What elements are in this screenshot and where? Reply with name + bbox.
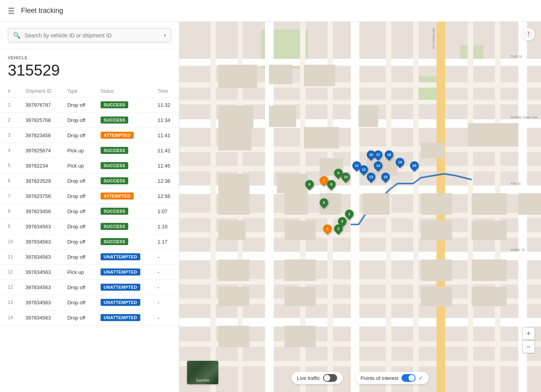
table-row[interactable]: 5 39782234 Pick up SUCCESS 11:45: [0, 158, 179, 173]
table-row[interactable]: 4 397825674 Pick up SUCCESS 11:42: [0, 143, 179, 158]
table-row[interactable]: 7 397823756 Drop off ATTEMPTED 12:56: [0, 189, 179, 204]
map-controls-bar: Live traffic Points of interest ✓: [292, 372, 429, 384]
row-type: Drop off: [61, 219, 94, 234]
svg-rect-16: [179, 318, 541, 327]
table-row[interactable]: 6 397823529 Drop off SUCCESS 12:36: [0, 173, 179, 189]
table-row[interactable]: 12 397834563 Drop off UNATTEMPTED -: [0, 280, 179, 295]
table-row[interactable]: 3 397823456 Drop off ATTEMPTED 11:41: [0, 128, 179, 143]
shipment-table: # Shipment ID Type Status Time 1 3979767…: [0, 85, 179, 325]
search-input[interactable]: [25, 32, 161, 39]
svg-rect-54: [285, 221, 316, 240]
map-pin-18[interactable]: 18: [385, 150, 393, 159]
zoom-in-button[interactable]: +: [522, 327, 535, 340]
map-pin-8[interactable]: 8: [327, 180, 336, 189]
points-of-interest-toggle-item: Points of interest ✓: [355, 372, 429, 384]
map-pin-20[interactable]: 20: [410, 161, 419, 170]
table-row[interactable]: 8 397823456 Drop off SUCCESS 1:07: [0, 204, 179, 219]
svg-text:Van Ness Ave: Van Ness Ave: [432, 27, 436, 49]
svg-text:Golden Gate Ave: Golden Gate Ave: [511, 115, 537, 119]
compass-icon[interactable]: [522, 28, 535, 41]
table-row[interactable]: 14 397834563 Drop off UNATTEMPTED -: [0, 310, 179, 325]
svg-rect-37: [218, 127, 251, 150]
dropdown-arrow-icon[interactable]: ▾: [164, 33, 166, 38]
svg-text:Waller St: Waller St: [511, 248, 525, 252]
table-row[interactable]: 2 397825768 Drop off SUCCESS 11:34: [0, 113, 179, 128]
vehicle-id: 315529: [8, 62, 171, 79]
table-row[interactable]: 10 397834563 Drop off SUCCESS 1:17: [0, 234, 179, 249]
svg-rect-39: [218, 174, 249, 193]
svg-rect-58: [285, 260, 316, 281]
col-type: Type: [61, 85, 94, 97]
svg-marker-74: [528, 34, 529, 37]
zoom-out-button[interactable]: −: [522, 341, 535, 353]
map-pin-10[interactable]: 10: [341, 173, 350, 181]
row-status: SUCCESS: [94, 204, 151, 219]
row-time: -: [151, 295, 179, 310]
live-traffic-label: Live traffic: [297, 375, 320, 381]
row-time: 12:56: [151, 189, 179, 204]
row-time: 11:34: [151, 113, 179, 128]
row-status: UNATTEMPTED: [94, 280, 151, 295]
row-status: UNATTEMPTED: [94, 265, 151, 280]
svg-rect-26: [413, 22, 419, 392]
map-area: Turk St Golden Gate Ave Fell St Waller S…: [179, 22, 541, 392]
map-pin-19[interactable]: 19: [396, 158, 404, 166]
map-pin-5[interactable]: 5: [320, 198, 328, 207]
svg-rect-34: [218, 106, 253, 129]
svg-rect-35: [269, 106, 296, 127]
points-of-interest-switch[interactable]: [401, 374, 415, 382]
map-pin-4[interactable]: 4: [323, 224, 332, 233]
svg-rect-43: [421, 143, 444, 158]
row-type: Drop off: [61, 128, 94, 143]
satellite-toggle[interactable]: Satellite: [187, 361, 218, 384]
vehicle-label: VEHICLE: [8, 55, 171, 60]
row-num: 13: [0, 295, 19, 310]
svg-rect-45: [499, 123, 518, 147]
svg-rect-6: [179, 100, 541, 104]
map-pin-17[interactable]: 17: [374, 150, 382, 159]
map-pin-6[interactable]: 6: [305, 180, 314, 189]
status-badge: UNATTEMPTED: [101, 268, 140, 275]
row-shipment-id: 397825674: [19, 143, 61, 158]
row-shipment-id: 397834563: [19, 265, 61, 280]
menu-icon[interactable]: ☰: [8, 6, 15, 16]
row-shipment-id: 397976787: [19, 97, 61, 113]
row-num: 6: [0, 173, 19, 189]
svg-rect-57: [218, 260, 249, 281]
map-pin-13[interactable]: 13: [367, 173, 375, 181]
row-status: UNATTEMPTED: [94, 249, 151, 265]
row-status: SUCCESS: [94, 143, 151, 158]
row-status: SUCCESS: [94, 113, 151, 128]
row-type: Drop off: [61, 234, 94, 249]
table-row[interactable]: 12 397834563 Pick up UNATTEMPTED -: [0, 265, 179, 280]
row-type: Drop off: [61, 310, 94, 325]
table-row[interactable]: 11 397834563 Drop off UNATTEMPTED -: [0, 249, 179, 265]
row-type: Drop off: [61, 113, 94, 128]
map-pin-15[interactable]: 15: [381, 173, 390, 181]
map-pin-14[interactable]: 14: [374, 161, 382, 170]
table-body: 1 397976787 Drop off SUCCESS 11:32 2 397…: [0, 97, 179, 325]
row-shipment-id: 397834563: [19, 249, 61, 265]
row-time: 11:32: [151, 97, 179, 113]
svg-rect-59: [421, 260, 452, 281]
row-type: Drop off: [61, 295, 94, 310]
points-of-interest-label: Points of interest: [361, 375, 398, 381]
row-type: Drop off: [61, 204, 94, 219]
row-type: Drop off: [61, 249, 94, 265]
col-time: Time: [151, 85, 179, 97]
table-row[interactable]: 13 397834563 Drop off UNATTEMPTED -: [0, 295, 179, 310]
row-num: 10: [0, 234, 19, 249]
row-time: 11:45: [151, 158, 179, 173]
live-traffic-switch[interactable]: [323, 374, 337, 382]
map-pin-3[interactable]: 3: [338, 217, 347, 226]
row-status: ATTEMPTED: [94, 128, 151, 143]
main-layout: 🔍 ▾ VEHICLE 315529 # Shipment ID Type St…: [0, 22, 541, 392]
row-status: ATTEMPTED: [94, 189, 151, 204]
table-row[interactable]: 9 397834563 Drop off SUCCESS 1:10: [0, 219, 179, 234]
row-shipment-id: 397834563: [19, 219, 61, 234]
table-row[interactable]: 1 397976787 Drop off SUCCESS 11:32: [0, 97, 179, 113]
svg-marker-73: [528, 31, 529, 34]
row-time: 11:42: [151, 143, 179, 158]
svg-rect-65: [218, 326, 249, 347]
svg-rect-52: [518, 193, 541, 215]
